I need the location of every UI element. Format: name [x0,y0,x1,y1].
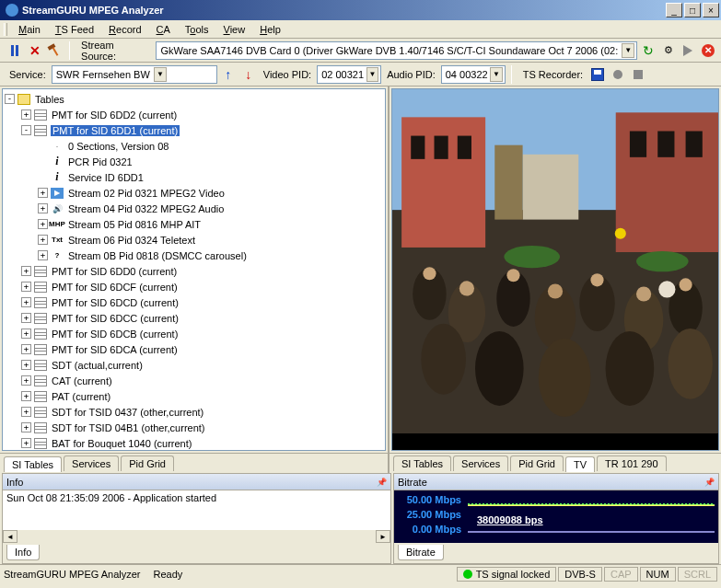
tab-services[interactable]: Services [64,455,119,471]
tree-expander-icon[interactable]: + [21,438,31,448]
tree-node[interactable]: iPCR Pid 0321 [5,154,383,169]
scroll-right-icon[interactable]: ► [376,530,390,543]
close-button[interactable]: × [703,3,719,17]
tree-node[interactable]: +SDT for TSID 0437 (other,current) [5,404,383,420]
tree-node[interactable]: +▶Stream 02 Pid 0321 MPEG2 Video [5,185,383,201]
audio-pid-combo[interactable]: 04 00322 ▼ [441,65,506,84]
info-log-line: Sun Oct 08 21:35:09 2006 - Application s… [6,492,216,503]
tree-node[interactable]: iService ID 6DD1 [5,169,383,185]
record-button[interactable] [609,65,627,84]
tools-button[interactable] [45,41,64,60]
tree-expander-icon[interactable]: + [21,422,31,432]
menu-help[interactable]: Help [252,22,288,37]
tree-expander-icon[interactable]: + [21,391,31,401]
tree-node-label: PMT for SID 6DCD (current) [51,297,180,308]
tree-expander-icon[interactable]: + [21,110,31,120]
tree-expander-icon[interactable]: - [5,94,15,104]
tree-expander-icon[interactable]: + [21,344,31,354]
menu-main[interactable]: Main [11,22,48,37]
tree-node[interactable]: +SDT (actual,current) [5,357,383,373]
pause-button[interactable] [6,41,24,60]
dropdown-arrow-icon[interactable]: ▼ [490,67,503,82]
tree-expander-icon[interactable]: + [21,282,31,292]
video-pid-combo[interactable]: 02 00321 ▼ [317,65,381,84]
record-stop-button[interactable] [629,65,647,84]
channel-down-button[interactable]: ↓ [239,65,258,84]
service-combo[interactable]: SWR Fernsehen BW ▼ [52,65,217,84]
tab-services[interactable]: Services [453,455,508,471]
tree-node[interactable]: +PMT for SID 6DCB (current) [5,326,383,341]
tree-expander-icon[interactable]: + [38,235,48,245]
pin-icon[interactable]: 📌 [704,478,715,487]
stop-stream-button[interactable]: ✕ [699,41,717,60]
tab-si-tables[interactable]: SI Tables [4,456,62,472]
tree-expander-icon[interactable]: + [38,188,48,198]
tree-node[interactable]: +PMT for SID 6DCD (current) [5,294,383,310]
svg-rect-5 [435,136,448,159]
info-icon: i [51,156,64,167]
tree-expander-icon[interactable]: + [21,375,31,386]
tab-pid-grid[interactable]: Pid Grid [121,455,174,471]
tree-node[interactable]: +BAT for Bouquet 1040 (current) [5,435,383,451]
tab-pid-grid[interactable]: Pid Grid [510,455,564,471]
tab-bitrate[interactable]: Bitrate [398,545,444,560]
tree-node[interactable]: +🔊Stream 04 Pid 0322 MPEG2 Audio [5,201,383,216]
tree-node[interactable]: +PMT for SID 6DCA (current) [5,341,383,357]
refresh-button[interactable]: ↻ [639,41,657,60]
tree-node[interactable]: +PAT (current) [5,388,383,404]
tree-node[interactable]: +PMT for SID 6DD2 (current) [5,107,383,122]
tree-expander-icon[interactable]: + [38,250,48,260]
tree-node-label: PMT for SID 6DD0 (current) [51,266,178,277]
tree-node[interactable]: +TxtStream 06 Pid 0324 Teletext [5,232,383,248]
tab-tr101290[interactable]: TR 101 290 [597,455,666,471]
video-preview[interactable] [391,88,719,451]
tree-node[interactable]: +?Stream 0B Pid 0818 (DSMCC carousel) [5,248,383,263]
tree-node[interactable]: +PMT for SID 6DCC (current) [5,310,383,326]
svg-point-32 [504,246,560,268]
dropdown-arrow-icon[interactable]: ▼ [366,67,379,82]
tree-expander-icon[interactable]: + [38,203,48,213]
menu-tsfeed[interactable]: TS Feed [48,22,101,37]
stream-source-combo[interactable]: GkWare SAA7146 DVB Card 0 (Driver GkWare… [156,41,637,60]
minimize-button[interactable]: _ [666,3,682,17]
dropdown-arrow-icon[interactable]: ▼ [154,67,167,82]
menu-tools[interactable]: Tools [178,22,216,37]
dropdown-arrow-icon[interactable]: ▼ [622,43,634,58]
table-icon [34,313,47,324]
pin-icon[interactable]: 📌 [377,478,387,487]
menu-ca[interactable]: CA [149,22,178,37]
tab-info[interactable]: Info [6,545,40,560]
tree-node[interactable]: +PMT for SID 6DD0 (current) [5,263,383,279]
tree-expander-icon[interactable]: + [21,297,31,307]
tree-expander-icon[interactable]: + [21,407,31,417]
delete-button[interactable]: ✕ [26,41,44,60]
scrollbar[interactable]: ◄ ► [3,530,390,543]
tab-si-tables[interactable]: SI Tables [393,455,451,471]
tree-expander-icon[interactable]: - [21,125,31,135]
tree-node[interactable]: -PMT for SID 6DD1 (current) [5,122,383,138]
tree-node[interactable]: +SDT for TSID 04B1 (other,current) [5,420,383,435]
tree-expander-icon[interactable]: + [21,313,31,323]
menu-view[interactable]: View [216,22,253,37]
maximize-button[interactable]: □ [684,3,701,17]
tree-expander-icon[interactable]: + [21,266,31,276]
tree-expander-icon[interactable]: + [21,329,31,339]
tree-node[interactable]: ·0 Sections, Version 08 [5,138,383,154]
tree-expander-icon[interactable]: + [38,219,48,229]
scroll-left-icon[interactable]: ◄ [3,530,17,543]
tree-expander-icon[interactable]: + [21,360,31,370]
tree-node[interactable]: -Tables [5,91,383,107]
record-save-button[interactable] [588,65,607,84]
settings-button[interactable]: ⚙ [659,41,678,60]
play-button[interactable] [680,41,698,60]
tree-view[interactable]: -Tables+PMT for SID 6DD2 (current)-PMT f… [2,88,386,451]
channel-up-button[interactable]: ↑ [219,65,238,84]
tree-node[interactable]: +CAT (current) [5,373,383,388]
tree-node[interactable]: +PMT for SID 6DCF (current) [5,279,383,294]
toolbar-main: ✕ Stream Source: GkWare SAA7146 DVB Card… [0,39,721,63]
table-icon [34,407,47,418]
tab-tv[interactable]: TV [565,456,595,472]
menu-record[interactable]: Record [101,22,148,37]
status-mode: DVB-S [558,567,602,582]
tree-node[interactable]: +MHPStream 05 Pid 0816 MHP AIT [5,216,383,232]
